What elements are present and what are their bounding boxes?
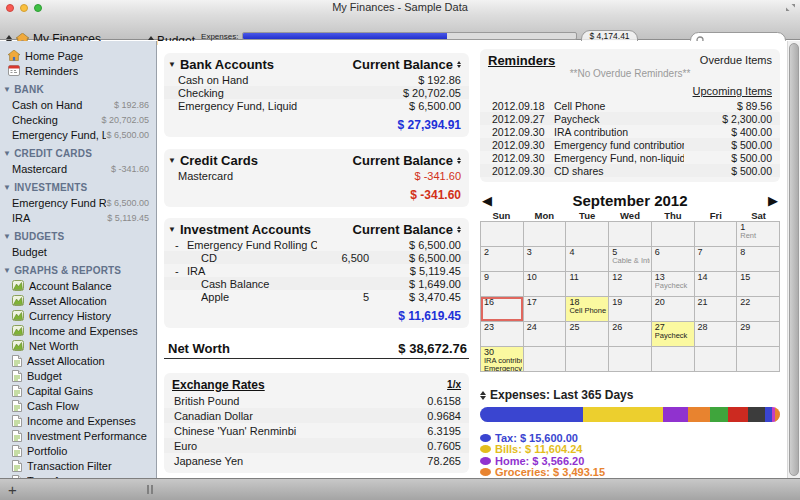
calendar-day-cell[interactable]: 26 <box>609 322 652 347</box>
sidebar-item-checking[interactable]: Checking $ 20,702.05 <box>0 112 156 127</box>
sidebar-item-reminders[interactable]: Reminders <box>0 63 156 78</box>
account-row[interactable]: - Emergency Fund Rolling CDs $ 6,500.00 <box>164 238 469 251</box>
sidebar-item-mastercard[interactable]: Mastercard $ -341.60 <box>0 161 156 176</box>
calendar-day-cell[interactable]: 4 <box>566 247 609 272</box>
calendar-day-cell[interactable] <box>652 222 695 247</box>
calendar-day-cell[interactable]: 18Cell Phone <box>566 297 609 322</box>
calendar-day-cell[interactable]: 29 <box>737 322 780 347</box>
sort-icon[interactable] <box>457 157 461 164</box>
calendar-day-cell[interactable]: 27Paycheck <box>652 322 695 347</box>
sidebar-section-budgets[interactable]: ▼ BUDGETS <box>0 229 156 244</box>
calendar-day-cell[interactable] <box>566 347 609 372</box>
expenses-selector[interactable]: Expenses: Last 365 Days <box>480 388 780 402</box>
sidebar-item-graph-net-worth[interactable]: Net Worth <box>0 338 156 353</box>
calendar-day-cell[interactable] <box>695 347 738 372</box>
sort-icon[interactable] <box>457 61 461 68</box>
calendar-day-cell[interactable]: 6 <box>652 247 695 272</box>
investment-accounts-header[interactable]: ▼ Investment Accounts Current Balance <box>164 221 469 238</box>
reminder-row[interactable]: 2012.09.30 Emergency fund contribution $… <box>480 138 780 151</box>
scrollbar-thumb[interactable] <box>789 43 799 476</box>
sidebar-section-credit-cards[interactable]: ▼ CREDIT CARDS <box>0 146 156 161</box>
calendar-day-cell[interactable] <box>524 347 567 372</box>
sidebar-item-report-income-expenses[interactable]: Income and Expenses <box>0 413 156 428</box>
sidebar-item-report-capital-gains[interactable]: Capital Gains <box>0 383 156 398</box>
sidebar-item-report-transaction-filter[interactable]: Transaction Filter <box>0 458 156 473</box>
sidebar-item-report-asset-allocation[interactable]: Asset Allocation <box>0 353 156 368</box>
calendar-day-cell[interactable]: 10 <box>524 272 567 297</box>
calendar-day-cell[interactable] <box>695 222 738 247</box>
account-row[interactable]: Checking $ 20,702.05 <box>164 86 469 99</box>
vertical-scrollbar[interactable] <box>787 41 800 478</box>
sidebar-item-report-cash-flow[interactable]: Cash Flow <box>0 398 156 413</box>
account-row[interactable]: Emergency Fund, Liquid $ 6,500.00 <box>164 99 469 112</box>
sidebar-item-emergency-fund-liquid[interactable]: Emergency Fund, Liquid $ 6,500.00 <box>0 127 156 142</box>
sidebar-section-bank[interactable]: ▼ BANK <box>0 82 156 97</box>
reminder-row[interactable]: 2012.09.30 CD shares $ 500.00 <box>480 164 780 177</box>
sidebar-item-emergency-fund-rolling[interactable]: Emergency Fund Rolling ... $ 6,500.00 <box>0 195 156 210</box>
sidebar-item-graph-currency-history[interactable]: Currency History <box>0 308 156 323</box>
calendar-day-cell[interactable]: 13Paycheck <box>652 272 695 297</box>
calendar-day-cell[interactable]: 5Cable & Inter <box>609 247 652 272</box>
calendar-day-cell[interactable]: 21 <box>695 297 738 322</box>
tree-collapse-control[interactable]: - <box>175 265 187 277</box>
account-row[interactable]: CD 6,500 $ 6,500.00 <box>164 251 469 264</box>
calendar-day-cell[interactable] <box>609 347 652 372</box>
calendar-day-cell[interactable]: 28 <box>695 322 738 347</box>
calendar-day-cell[interactable]: 3 <box>524 247 567 272</box>
calendar-day-cell[interactable]: 23 <box>481 322 524 347</box>
calendar-day-cell[interactable]: 19 <box>609 297 652 322</box>
sidebar-item-report-budget[interactable]: Budget <box>0 368 156 383</box>
calendar-day-cell[interactable]: 17 <box>524 297 567 322</box>
sort-icon[interactable] <box>457 226 461 233</box>
calendar-day-cell[interactable]: 24 <box>524 322 567 347</box>
calendar-next-button[interactable]: ▶ <box>768 193 778 208</box>
calendar-day-cell[interactable] <box>737 347 780 372</box>
account-row[interactable]: Mastercard $ -341.60 <box>164 169 469 182</box>
reminder-row[interactable]: 2012.09.27 Paycheck $ 2,300.00 <box>480 112 780 125</box>
reminder-row[interactable]: 2012.09.18 Cell Phone $ 89.56 <box>480 99 780 112</box>
calendar-day-cell[interactable]: 12 <box>609 272 652 297</box>
reminder-row[interactable]: 2012.09.30 IRA contribution $ 400.00 <box>480 125 780 138</box>
calendar-day-cell[interactable]: 7 <box>695 247 738 272</box>
sidebar-item-report-investment-performance[interactable]: Investment Performance <box>0 428 156 443</box>
calendar-day-cell[interactable]: 2 <box>481 247 524 272</box>
sidebar-item-ira[interactable]: IRA $ 5,119.45 <box>0 210 156 225</box>
sidebar-section-graphs-reports[interactable]: ▼ GRAPHS & REPORTS <box>0 263 156 278</box>
sidebar-item-graph-income-expenses[interactable]: Income and Expenses <box>0 323 156 338</box>
calendar-day-cell[interactable]: 8 <box>737 247 780 272</box>
calendar-day-cell-today[interactable]: 16 <box>481 297 524 322</box>
sidebar-item-graph-account-balance[interactable]: Account Balance <box>0 278 156 293</box>
sidebar-section-investments[interactable]: ▼ INVESTMENTS <box>0 180 156 195</box>
calendar-day-cell[interactable]: 15 <box>737 272 780 297</box>
account-row[interactable]: Apple 5 $ 3,470.45 <box>164 290 469 303</box>
calendar-day-cell[interactable] <box>652 347 695 372</box>
calendar-prev-button[interactable]: ◀ <box>482 193 492 208</box>
calendar-day-cell[interactable] <box>481 222 524 247</box>
calendar-day-cell[interactable] <box>524 222 567 247</box>
account-row[interactable]: Cash Balance $ 1,649.00 <box>164 277 469 290</box>
reminders-title[interactable]: Reminders <box>488 53 555 68</box>
calendar-day-cell[interactable]: 30IRA contribuEmergency f <box>481 347 524 372</box>
add-button[interactable]: + <box>8 481 17 498</box>
tree-collapse-control[interactable]: - <box>175 239 187 251</box>
calendar-day-cell[interactable]: 11 <box>566 272 609 297</box>
sidebar-resize-handle[interactable] <box>147 485 153 494</box>
calendar-day-cell[interactable]: 9 <box>481 272 524 297</box>
credit-cards-header[interactable]: ▼ Credit Cards Current Balance <box>164 152 469 169</box>
fullscreen-icon[interactable] <box>785 3 796 12</box>
calendar-day-cell[interactable] <box>566 222 609 247</box>
sidebar-item-report-portfolio[interactable]: Portfolio <box>0 443 156 458</box>
sidebar-item-graph-asset-allocation[interactable]: Asset Allocation <box>0 293 156 308</box>
calendar-day-cell[interactable]: 20 <box>652 297 695 322</box>
bank-accounts-header[interactable]: ▼ Bank Accounts Current Balance <box>164 56 469 73</box>
calendar-day-cell[interactable]: 14 <box>695 272 738 297</box>
sidebar-item-budget[interactable]: Budget <box>0 244 156 259</box>
account-row[interactable]: - IRA $ 5,119.45 <box>164 264 469 277</box>
sidebar-item-home-page[interactable]: Home Page <box>0 48 156 63</box>
calendar-day-cell[interactable]: 25 <box>566 322 609 347</box>
account-row[interactable]: Cash on Hand $ 192.86 <box>164 73 469 86</box>
calendar-day-cell[interactable] <box>609 222 652 247</box>
calendar-day-cell[interactable]: 22 <box>737 297 780 322</box>
sidebar-item-cash-on-hand[interactable]: Cash on Hand $ 192.86 <box>0 97 156 112</box>
calendar-day-cell[interactable]: 1Rent <box>737 222 780 247</box>
